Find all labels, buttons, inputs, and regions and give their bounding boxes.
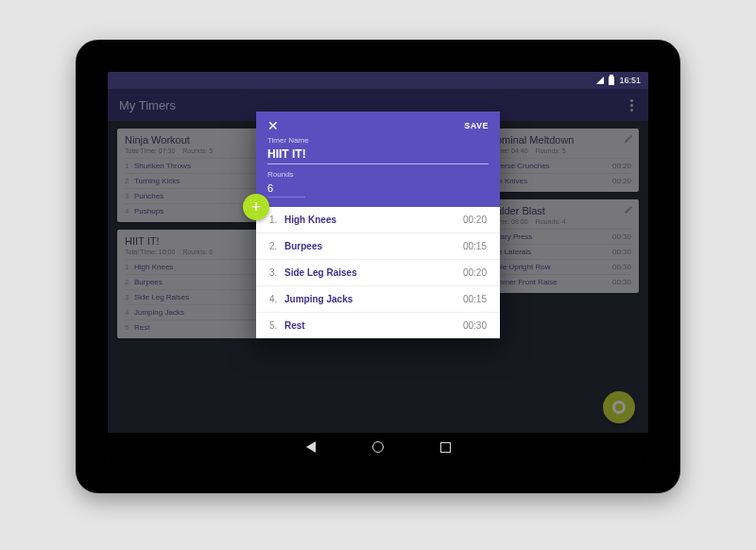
tablet-frame: 16:51 My Timers Ninja Workout Total Time… — [76, 40, 680, 493]
add-interval-fab[interactable]: + — [243, 194, 269, 220]
rounds-input[interactable] — [267, 180, 305, 198]
interval-row[interactable]: 5.Rest00:30 — [256, 312, 500, 338]
dialog-header: ✕ SAVE Timer Name Rounds + — [256, 112, 500, 207]
status-bar: 16:51 — [108, 72, 648, 89]
interval-list: 1.High Knees00:20 2.Burpees00:15 3.Side … — [256, 207, 500, 338]
interval-row[interactable]: 1.High Knees00:20 — [256, 207, 500, 232]
home-icon[interactable] — [372, 441, 384, 453]
timer-name-label: Timer Name — [267, 136, 489, 145]
close-button[interactable]: ✕ — [267, 119, 279, 132]
interval-row[interactable]: 4.Jumping Jacks00:15 — [256, 285, 500, 312]
battery-icon — [609, 77, 614, 85]
recents-icon[interactable] — [440, 442, 451, 453]
android-nav-bar — [108, 433, 648, 461]
save-button[interactable]: SAVE — [464, 121, 489, 130]
interval-row[interactable]: 3.Side Leg Raises00:20 — [256, 259, 500, 285]
signal-icon — [596, 77, 604, 84]
edit-timer-dialog: ✕ SAVE Timer Name Rounds + 1.High Knees0… — [256, 112, 500, 338]
interval-row[interactable]: 2.Burpees00:15 — [256, 232, 500, 259]
screen: 16:51 My Timers Ninja Workout Total Time… — [108, 72, 648, 461]
back-icon[interactable] — [306, 441, 316, 453]
rounds-label: Rounds — [267, 170, 489, 179]
timer-name-input[interactable] — [267, 146, 489, 164]
status-time: 16:51 — [619, 76, 641, 85]
